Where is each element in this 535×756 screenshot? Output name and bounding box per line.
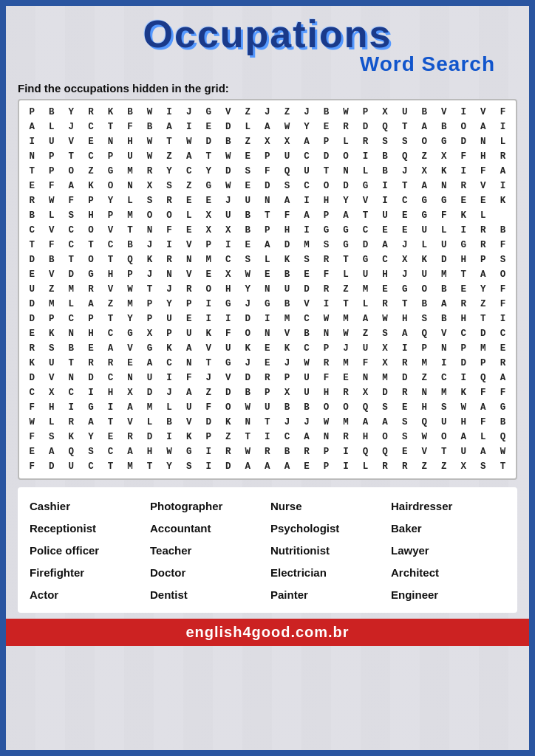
subtitle: Word Search — [18, 52, 495, 76]
grid-cell: C — [81, 459, 101, 474]
grid-cell: I — [22, 134, 42, 149]
grid-cell: U — [179, 326, 199, 341]
grid-cell: L — [179, 208, 199, 223]
grid-cell: T — [81, 238, 101, 252]
grid-cell: B — [434, 312, 454, 326]
grid-cell: R — [258, 371, 278, 385]
grid-cell: D — [238, 371, 258, 385]
grid-cell: O — [415, 134, 435, 149]
grid-cell: L — [42, 208, 62, 223]
grid-cell: G — [415, 193, 435, 208]
grid-cell: B — [375, 149, 395, 164]
grid-cell: V — [42, 371, 62, 385]
grid-cell: S — [415, 312, 435, 326]
grid-cell: Q — [277, 164, 297, 179]
grid-cell: R — [297, 444, 317, 459]
grid-cell: T — [160, 134, 180, 149]
grid-cell: G — [316, 223, 336, 238]
grid-cell: I — [160, 238, 180, 252]
grid-cell: A — [375, 238, 395, 252]
grid-cell: O — [199, 282, 219, 297]
grid-cell: Q — [493, 430, 513, 444]
grid-cell: H — [100, 385, 120, 400]
grid-cell: R — [258, 444, 278, 459]
grid-cell: K — [81, 179, 101, 193]
grid-cell: U — [395, 105, 415, 120]
grid-cell: V — [415, 444, 435, 459]
grid-cell: V — [42, 223, 62, 238]
grid-cell: C — [61, 223, 81, 238]
grid-cell: D — [434, 252, 454, 267]
grid-cell: D — [297, 282, 317, 297]
grid-cell: G — [434, 193, 454, 208]
grid-cell: T — [120, 223, 140, 238]
grid-cell: A — [474, 120, 494, 134]
grid-cell: D — [336, 179, 356, 193]
grid-cell: B — [42, 252, 62, 267]
grid-cell: C — [297, 149, 317, 164]
grid-cell: M — [375, 371, 395, 385]
word-item: Police officer — [30, 540, 144, 561]
grid-cell: D — [61, 267, 81, 282]
word-item: Hairdresser — [391, 496, 505, 517]
grid-cell: R — [454, 179, 474, 193]
grid-cell: L — [415, 238, 435, 252]
grid-cell: I — [297, 223, 317, 238]
grid-cell: R — [395, 356, 415, 371]
grid-cell: E — [297, 267, 317, 282]
grid-cell: O — [140, 208, 160, 223]
grid-row: EAQSCAHWGIRWRBRPIQQEVTUAW — [22, 444, 513, 459]
grid-cell: W — [120, 282, 140, 297]
grid-cell: T — [336, 252, 356, 267]
grid-cell: X — [434, 149, 454, 164]
grid-cell: Z — [160, 149, 180, 164]
grid-cell: U — [434, 415, 454, 430]
grid-cell: R — [474, 223, 494, 238]
grid-cell: L — [336, 267, 356, 282]
grid-cell: M — [42, 297, 62, 312]
grid-row: FSKYERDIKPZTICANRHOSWOALQ — [22, 430, 513, 444]
grid-cell: I — [160, 371, 180, 385]
grid-cell: W — [277, 120, 297, 134]
grid-cell: H — [277, 223, 297, 238]
grid-cell: S — [179, 459, 199, 474]
grid-cell: W — [218, 179, 238, 193]
word-item: Architect — [391, 563, 505, 583]
grid-row: IUVENHWTWDBZXXAPLRSSOGDNL — [22, 134, 513, 149]
grid-cell: M — [434, 385, 454, 400]
grid-cell: Y — [199, 164, 219, 179]
grid-cell: B — [22, 208, 42, 223]
grid-cell: U — [42, 134, 62, 149]
grid-cell: W — [140, 105, 160, 120]
grid-row: EFAKONXSZGWEDSCODGITANRVI — [22, 179, 513, 193]
grid-row: WLRATVLBVDKNTJJWMAASQUHFB — [22, 415, 513, 430]
grid-cell: U — [434, 238, 454, 252]
grid-cell: L — [355, 459, 375, 474]
grid-cell: C — [218, 252, 238, 267]
grid-cell: Y — [160, 459, 180, 474]
grid-cell: B — [375, 164, 395, 179]
grid-cell: M — [415, 356, 435, 371]
grid-cell: B — [297, 400, 317, 415]
grid-cell: A — [120, 444, 140, 459]
grid-cell: D — [22, 312, 42, 326]
grid-cell: T — [140, 459, 160, 474]
grid-cell: T — [395, 297, 415, 312]
grid-cell: P — [316, 208, 336, 223]
grid-cell: G — [218, 297, 238, 312]
grid-cell: A — [493, 164, 513, 179]
grid-cell: R — [22, 193, 42, 208]
grid-cell: Z — [474, 297, 494, 312]
grid-cell: I — [434, 356, 454, 371]
grid-cell: M — [336, 356, 356, 371]
grid-cell: E — [395, 400, 415, 415]
grid-cell: F — [454, 149, 474, 164]
grid-cell: G — [218, 356, 238, 371]
grid-cell: N — [61, 326, 81, 341]
grid-cell: F — [61, 193, 81, 208]
grid-cell: S — [238, 252, 258, 267]
grid-cell: R — [81, 105, 101, 120]
grid-cell: F — [42, 179, 62, 193]
grid-cell: E — [238, 179, 258, 193]
grid-row: TFCTCBJIVPIEADMSGDAJLUGRF — [22, 238, 513, 252]
